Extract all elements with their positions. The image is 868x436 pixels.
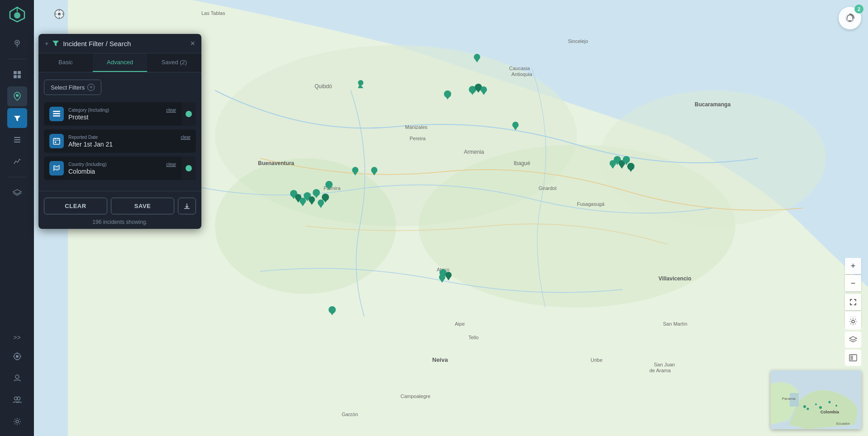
svg-point-103 xyxy=(15,375,19,379)
sidebar-item-user[interactable] xyxy=(7,368,27,388)
panel-title: Incident Filter / Search xyxy=(63,40,186,47)
category-filter-value[interactable]: Protest xyxy=(68,114,176,121)
tab-advanced[interactable]: Advanced xyxy=(93,53,147,72)
svg-point-37 xyxy=(481,86,487,93)
svg-rect-90 xyxy=(18,71,21,74)
country-filter-label: Country (Including) xyxy=(68,162,106,167)
svg-rect-95 xyxy=(14,139,20,140)
date-filter-content: Reported Date clear After 1st Jan 21 xyxy=(68,135,191,148)
svg-point-133 xyxy=(835,405,837,407)
zoom-fit-button[interactable] xyxy=(845,294,861,310)
sidebar-item-list[interactable] xyxy=(7,130,27,150)
svg-point-39 xyxy=(444,90,451,98)
download-button[interactable] xyxy=(178,198,196,214)
svg-text:Neiva: Neiva xyxy=(432,356,448,363)
sidebar-item-grid[interactable] xyxy=(7,65,27,85)
sidebar-item-filter[interactable] xyxy=(7,108,27,128)
minimap-toggle-btn[interactable] xyxy=(845,350,861,366)
category-filter-indicator xyxy=(181,102,196,126)
svg-point-85 xyxy=(14,12,20,19)
svg-point-57 xyxy=(325,181,333,188)
clear-button[interactable]: CLEAR xyxy=(44,198,107,214)
svg-text:de Arama: de Arama xyxy=(649,368,671,373)
sidebar-item-map[interactable] xyxy=(7,86,27,106)
tab-basic[interactable]: Basic xyxy=(38,53,93,72)
date-filter-label: Reported Date xyxy=(68,135,98,140)
zoom-out-button[interactable]: − xyxy=(845,275,861,291)
svg-text:Ecuador: Ecuador xyxy=(836,422,850,426)
svg-point-67 xyxy=(439,274,445,280)
svg-point-55 xyxy=(322,194,329,201)
country-filter-indicator xyxy=(181,156,196,180)
minimap-svg: Panama Colombia Ecuador xyxy=(771,370,861,429)
notifications-wrapper: 2 xyxy=(839,7,861,29)
date-filter-icon xyxy=(49,134,64,148)
sidebar-bottom: >> xyxy=(7,330,27,431)
svg-text:Ibagué: Ibagué xyxy=(514,160,530,166)
zoom-in-button[interactable]: + xyxy=(845,258,861,274)
sidebar-item-settings[interactable] xyxy=(7,412,27,431)
svg-text:Las Tablas: Las Tablas xyxy=(201,10,225,16)
panel-close-btn[interactable]: × xyxy=(190,39,195,47)
top-location-icon[interactable] xyxy=(54,9,64,21)
svg-text:Campoalegre: Campoalegre xyxy=(401,393,430,399)
panel-footer: CLEAR SAVE 196 incidents showing. xyxy=(38,191,201,229)
sidebar-expand-btn[interactable]: >> xyxy=(10,330,24,345)
app-logo[interactable] xyxy=(7,5,27,24)
minimap[interactable]: Panama Colombia Ecuador xyxy=(771,370,861,429)
svg-point-65 xyxy=(445,272,452,278)
country-filter-clear[interactable]: clear xyxy=(166,162,176,167)
svg-rect-91 xyxy=(14,75,17,78)
country-filter-row: Country (Including) clear Colombia xyxy=(44,156,196,180)
svg-text:Caucasia: Caucasia xyxy=(509,66,530,71)
tab-saved[interactable]: Saved (2) xyxy=(147,53,201,72)
svg-rect-114 xyxy=(53,113,60,114)
sidebar-divider-2 xyxy=(8,177,26,177)
category-filter-label: Category (Including) xyxy=(68,108,109,113)
category-filter-clear[interactable]: clear xyxy=(166,108,176,113)
incidents-count: 196 incidents showing. xyxy=(44,219,196,225)
svg-point-81 xyxy=(474,54,480,60)
category-filter-label-row: Category (Including) clear xyxy=(68,108,176,113)
country-filter-label-row: Country (Including) clear xyxy=(68,162,176,167)
date-filter-value[interactable]: After 1st Jan 21 xyxy=(68,141,191,148)
add-filter-icon: + xyxy=(87,84,95,91)
sidebar-item-chart[interactable] xyxy=(7,152,27,171)
save-button[interactable]: SAVE xyxy=(111,198,174,214)
sidebar-item-layers[interactable] xyxy=(7,183,27,203)
svg-text:Villavicencio: Villavicencio xyxy=(658,275,692,282)
select-filters-button[interactable]: Select Filters + xyxy=(44,80,101,95)
country-filter-value[interactable]: Colombia xyxy=(68,168,176,175)
svg-point-128 xyxy=(803,405,806,408)
sidebar-item-team[interactable] xyxy=(7,390,27,410)
svg-text:Garzón: Garzón xyxy=(342,412,358,417)
svg-point-108 xyxy=(58,13,61,15)
minimap-controls xyxy=(845,313,861,366)
footer-buttons: CLEAR SAVE xyxy=(44,198,196,214)
svg-text:Fusagasugá: Fusagasugá xyxy=(577,201,605,207)
svg-point-61 xyxy=(352,167,358,173)
minimap-layers-btn[interactable] xyxy=(845,332,861,348)
panel-pin-icon[interactable]: + xyxy=(45,40,48,47)
svg-point-98 xyxy=(16,355,19,358)
svg-point-51 xyxy=(313,189,320,196)
svg-text:Bucaramanga: Bucaramanga xyxy=(695,101,731,108)
svg-point-88 xyxy=(16,42,18,43)
svg-rect-113 xyxy=(53,111,60,112)
minimap-settings-btn[interactable] xyxy=(845,313,861,330)
date-filter-clear[interactable]: clear xyxy=(181,135,191,140)
svg-text:San Juan: San Juan xyxy=(654,362,675,367)
svg-rect-116 xyxy=(53,138,60,144)
svg-text:Buenaventura: Buenaventura xyxy=(258,160,294,166)
svg-point-106 xyxy=(16,420,19,423)
svg-rect-89 xyxy=(14,71,17,74)
filter-panel: + Incident Filter / Search × Basic Advan… xyxy=(38,34,201,229)
svg-text:Tello: Tello xyxy=(468,335,479,340)
sidebar-item-location[interactable] xyxy=(7,346,27,366)
country-filter-main: Country (Including) clear Colombia xyxy=(44,156,181,180)
svg-text:Quibdó: Quibdó xyxy=(315,83,332,90)
category-filter-main: Category (Including) clear Protest xyxy=(44,102,181,126)
filter-funnel-icon xyxy=(52,40,59,47)
sidebar-item-incidents[interactable] xyxy=(7,33,27,53)
svg-text:Antioquia: Antioquia xyxy=(511,71,533,77)
